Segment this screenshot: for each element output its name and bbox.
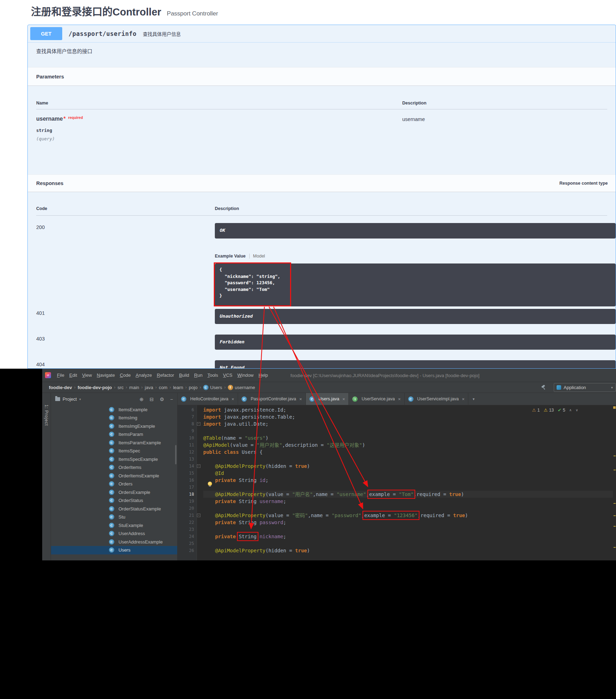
tree-item-useraddress[interactable]: CUserAddress <box>51 529 177 538</box>
get-method-button[interactable]: GET <box>30 27 62 40</box>
ok-count[interactable]: ✔5 <box>558 407 565 413</box>
menu-tools[interactable]: Tools <box>205 371 220 379</box>
breadcrumb-foodie-dev-pojo[interactable]: foodie-dev-pojo <box>77 385 113 390</box>
breadcrumb-foodie-dev[interactable]: foodie-dev <box>48 385 73 390</box>
breadcrumb-src[interactable]: src <box>117 385 124 390</box>
code-text[interactable]: private String id; <box>203 477 613 484</box>
tree-item-stuexample[interactable]: CStuExample <box>51 521 177 529</box>
menu-analyze[interactable]: Analyze <box>133 371 154 379</box>
code-text[interactable]: @ApiModelProperty(value = "用户名",name = "… <box>203 491 613 498</box>
menu-window[interactable]: Window <box>235 371 256 379</box>
code-lines[interactable]: 6import javax.persistence.Id;7import jav… <box>178 406 613 554</box>
tab-model[interactable]: Model <box>253 254 265 259</box>
build-hammer-icon[interactable] <box>541 385 547 392</box>
close-tab-icon[interactable]: × <box>342 396 345 402</box>
project-tool-window-button[interactable]: 1: Project <box>44 405 49 426</box>
tree-item-ordersexample[interactable]: COrdersExample <box>51 488 177 496</box>
fold-minus-icon[interactable]: − <box>197 464 200 468</box>
menu-run[interactable]: Run <box>192 371 205 379</box>
code-text[interactable]: @ApiModelProperty(value = "密码",name = "p… <box>203 512 613 519</box>
code-text[interactable] <box>203 505 613 512</box>
project-panel-title[interactable]: Project <box>63 396 77 402</box>
tree-item-stu[interactable]: CStu <box>51 513 177 521</box>
code-text[interactable]: @ApiModelProperty(hidden = true) <box>203 463 613 470</box>
tree-item-itemsimgexample[interactable]: CItemsImgExample <box>51 422 177 430</box>
menu-refactor[interactable]: Refactor <box>154 371 177 379</box>
breadcrumb-java[interactable]: java <box>144 385 154 390</box>
code-text[interactable]: private String nickname; <box>203 533 613 540</box>
close-tab-icon[interactable]: × <box>231 396 234 402</box>
menu-vcs[interactable]: VCS <box>220 371 235 379</box>
fold-marker[interactable]: − <box>194 422 203 426</box>
code-text[interactable]: import javax.persistence.Table; <box>203 413 613 420</box>
run-configuration-select[interactable]: Application ▾ <box>554 383 616 392</box>
tree-scrollbar[interactable] <box>175 445 177 464</box>
tree-item-itemsimg[interactable]: CItemsImg <box>51 414 177 422</box>
code-text[interactable]: @ApiModelProperty(hidden = true) <box>203 547 613 554</box>
tree-item-orders[interactable]: COrders <box>51 480 177 488</box>
menu-build[interactable]: Build <box>177 371 192 379</box>
code-text[interactable] <box>203 456 613 463</box>
breadcrumb-users[interactable]: CUsers <box>203 385 223 390</box>
tab-userservice.java[interactable]: IUserService.java× <box>349 393 404 405</box>
tree-item-orderitems[interactable]: COrderItems <box>51 463 177 472</box>
menu-help[interactable]: Help <box>256 371 270 379</box>
tree-item-itemsexample[interactable]: CItemsExample <box>51 405 177 414</box>
tree-item-itemsparamexample[interactable]: CItemsParamExample <box>51 438 177 447</box>
code-text[interactable]: @Id <box>203 470 613 477</box>
tree-item-orderstatusexample[interactable]: COrderStatusExample <box>51 504 177 513</box>
error-stripe[interactable] <box>613 405 616 560</box>
menu-code[interactable]: Code <box>117 371 133 379</box>
breadcrumb-main[interactable]: main <box>129 385 140 390</box>
fold-minus-icon[interactable]: − <box>197 514 200 517</box>
menu-edit[interactable]: Edit <box>67 371 79 379</box>
tab-userserviceimpl.java[interactable]: CUserServiceImpl.java× <box>405 393 469 405</box>
tree-item-users[interactable]: CUsers <box>51 546 177 554</box>
code-text[interactable]: private String username; <box>203 498 613 505</box>
tab-example-value[interactable]: Example Value <box>215 254 246 259</box>
close-tab-icon[interactable]: × <box>398 396 401 402</box>
tree-item-useraddressexample[interactable]: CUserAddressExample <box>51 538 177 546</box>
breadcrumb-pojo[interactable]: pojo <box>188 385 198 390</box>
code-text[interactable]: public class Users { <box>203 449 613 456</box>
hide-panel-icon[interactable]: − <box>170 396 173 402</box>
code-text[interactable]: @ApiModel(value = "用户对象",description = "… <box>203 441 613 449</box>
gear-icon[interactable]: ⚙ <box>160 396 164 402</box>
breadcrumb-com[interactable]: com <box>158 385 168 390</box>
warning-count-b[interactable]: ⚠13 <box>544 407 554 413</box>
tab-users.java[interactable]: CUsers.java× <box>306 393 349 405</box>
endpoint-path[interactable]: /passport/userinfo <box>69 30 136 37</box>
code-text[interactable] <box>203 484 613 491</box>
fold-minus-icon[interactable]: − <box>197 422 200 426</box>
tree-item-itemsspecexample[interactable]: CItemsSpecExample <box>51 455 177 463</box>
menu-file[interactable]: File <box>54 371 67 379</box>
menu-view[interactable]: View <box>79 371 94 379</box>
breadcrumb-username[interactable]: fusername <box>227 385 256 390</box>
menu-navigate[interactable]: Navigate <box>94 371 117 379</box>
endpoint-header[interactable]: GET /passport/userinfo 查找具体用户信息 <box>28 25 616 43</box>
code-text[interactable]: import java.util.Date; <box>203 420 613 427</box>
close-tab-icon[interactable]: × <box>462 396 465 402</box>
tab-hellocontroller.java[interactable]: CHelloController.java× <box>178 393 238 405</box>
fold-marker[interactable]: − <box>194 514 203 517</box>
code-text[interactable] <box>203 540 613 547</box>
hidden-tabs-dropdown-icon[interactable]: ▾ <box>468 393 479 405</box>
tree-item-itemsspec[interactable]: CItemsSpec <box>51 447 177 455</box>
code-text[interactable]: private String password; <box>203 519 613 526</box>
warning-count-a[interactable]: ⚠1 <box>532 407 540 413</box>
intention-bulb-icon[interactable] <box>208 482 212 486</box>
tree-item-orderitemsexample[interactable]: COrderItemsExample <box>51 471 177 480</box>
collapse-all-icon[interactable]: ⊟ <box>150 396 154 402</box>
tab-passportcontroller.java[interactable]: CPassportController.java× <box>238 393 306 405</box>
breadcrumb-learn[interactable]: learn <box>172 385 184 390</box>
code-text[interactable] <box>203 427 613 434</box>
locate-file-icon[interactable]: ⊕ <box>140 396 144 402</box>
tree-item-itemsparam[interactable]: CItemsParam <box>51 430 177 439</box>
next-issue-icon[interactable]: ∨ <box>576 408 578 412</box>
close-tab-icon[interactable]: × <box>299 396 302 402</box>
fold-marker[interactable]: − <box>194 464 203 468</box>
code-text[interactable]: @Table(name = "users") <box>203 434 613 441</box>
prev-issue-icon[interactable]: ∧ <box>569 408 572 412</box>
project-dropdown-icon[interactable]: ▾ <box>79 398 81 401</box>
tree-item-orderstatus[interactable]: COrderStatus <box>51 496 177 505</box>
